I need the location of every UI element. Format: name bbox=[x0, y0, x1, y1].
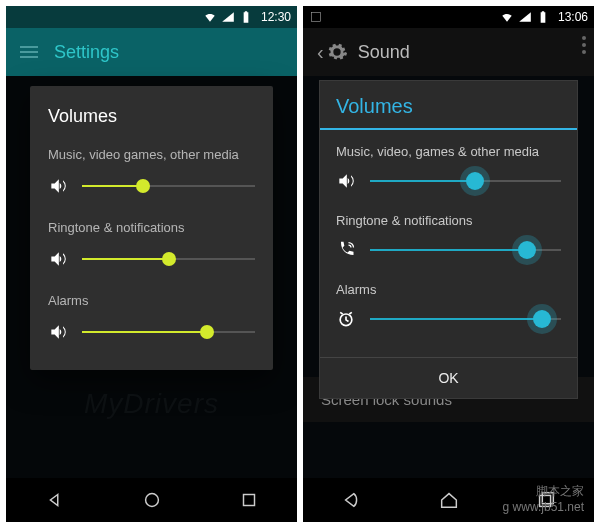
media-volume-slider[interactable] bbox=[82, 177, 255, 195]
volumes-dialog: Volumes Music, video, games & other medi… bbox=[319, 80, 578, 399]
status-bar: 12:30 bbox=[6, 6, 297, 28]
nav-back-icon[interactable] bbox=[44, 489, 66, 511]
nav-recent-icon[interactable] bbox=[535, 489, 557, 511]
navigation-bar bbox=[303, 478, 594, 522]
phone-ring-icon bbox=[336, 240, 356, 260]
svg-rect-5 bbox=[542, 493, 553, 504]
volume-label: Ringtone & notifications bbox=[336, 213, 561, 228]
volume-icon bbox=[48, 322, 68, 342]
volume-label: Music, video games, other media bbox=[48, 147, 255, 162]
alarm-volume-slider[interactable] bbox=[82, 323, 255, 341]
status-bar: 13:06 bbox=[303, 6, 594, 28]
signal-icon bbox=[518, 10, 532, 24]
status-time: 13:06 bbox=[558, 10, 588, 24]
volume-group-alarms: Alarms bbox=[336, 282, 561, 329]
volume-group-ringtone: Ringtone & notifications bbox=[336, 213, 561, 260]
app-bar-title: Sound bbox=[358, 42, 410, 63]
app-bar-title: Settings bbox=[54, 42, 119, 63]
volume-label: Alarms bbox=[48, 293, 255, 308]
nav-home-icon[interactable] bbox=[141, 489, 163, 511]
battery-icon bbox=[536, 10, 550, 24]
volume-label: Music, video, games & other media bbox=[336, 144, 561, 159]
app-bar: ‹ Sound bbox=[303, 28, 594, 76]
nav-home-icon[interactable] bbox=[438, 489, 460, 511]
ringtone-volume-slider[interactable] bbox=[82, 250, 255, 268]
volume-group-alarms: Alarms bbox=[48, 293, 255, 342]
volume-group-ringtone: Ringtone & notifications bbox=[48, 220, 255, 269]
ok-button[interactable]: OK bbox=[320, 357, 577, 398]
battery-icon bbox=[239, 10, 253, 24]
overflow-icon[interactable] bbox=[582, 36, 586, 54]
hamburger-icon[interactable] bbox=[20, 43, 38, 61]
gear-icon[interactable] bbox=[326, 41, 348, 63]
watermark: MyDrivers bbox=[84, 388, 219, 420]
nav-recent-icon[interactable] bbox=[238, 489, 260, 511]
phone-right: 13:06 ‹ Sound Screen lock sounds Volumes… bbox=[303, 6, 594, 522]
wifi-icon bbox=[500, 10, 514, 24]
volume-icon bbox=[336, 171, 356, 191]
dialog-backdrop[interactable]: Screen lock sounds Volumes Music, video,… bbox=[303, 76, 594, 478]
svg-rect-4 bbox=[539, 495, 550, 506]
volume-icon bbox=[48, 176, 68, 196]
alarm-volume-slider[interactable] bbox=[370, 310, 561, 328]
volume-icon bbox=[48, 249, 68, 269]
status-time: 12:30 bbox=[261, 10, 291, 24]
dialog-title: Volumes bbox=[48, 106, 255, 127]
signal-icon bbox=[221, 10, 235, 24]
phone-left: 12:30 Settings Volumes Music, video game… bbox=[6, 6, 297, 522]
svg-rect-1 bbox=[243, 495, 254, 506]
dialog-backdrop[interactable]: Volumes Music, video games, other media … bbox=[6, 76, 297, 478]
volumes-dialog: Volumes Music, video games, other media … bbox=[30, 86, 273, 370]
svg-rect-2 bbox=[311, 12, 320, 21]
wifi-icon bbox=[203, 10, 217, 24]
volume-group-media: Music, video games, other media bbox=[48, 147, 255, 196]
media-volume-slider[interactable] bbox=[370, 172, 561, 190]
volume-label: Alarms bbox=[336, 282, 561, 297]
ringtone-volume-slider[interactable] bbox=[370, 241, 561, 259]
svg-point-0 bbox=[145, 494, 158, 507]
dialog-title: Volumes bbox=[320, 81, 577, 130]
navigation-bar bbox=[6, 478, 297, 522]
screenshot-icon bbox=[309, 10, 323, 24]
volume-group-media: Music, video, games & other media bbox=[336, 144, 561, 191]
volume-label: Ringtone & notifications bbox=[48, 220, 255, 235]
alarm-icon bbox=[336, 309, 356, 329]
nav-back-icon[interactable] bbox=[341, 489, 363, 511]
app-bar: Settings bbox=[6, 28, 297, 76]
